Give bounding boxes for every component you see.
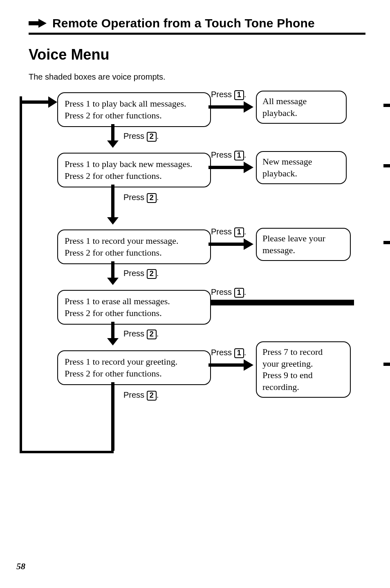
press-1-label: Press 1.: [211, 90, 246, 100]
press-1-label: Press 1.: [211, 227, 246, 237]
prompt-box-4: Press 1 to erase all messages. Press 2 f…: [57, 290, 211, 325]
prompt-text: Press 1 to play back all messages.: [65, 98, 204, 110]
page-header-title: Remote Operation from a Touch Tone Phone: [52, 16, 315, 30]
prompt-text: Press 2 for other functions.: [65, 110, 204, 122]
page-number: 58: [16, 561, 25, 572]
svg-rect-14: [111, 261, 114, 278]
keycap-2: 2: [147, 193, 157, 203]
press-2-label: Press 2.: [123, 390, 159, 401]
svg-rect-0: [29, 21, 38, 25]
arrow-right-icon: [208, 359, 253, 372]
keycap-1: 1: [234, 288, 244, 298]
press-1-label: Press 1.: [211, 150, 246, 160]
edge-tick: [383, 363, 390, 366]
result-text: playback.: [262, 168, 340, 180]
prompt-box-3: Press 1 to record your message. Press 2 …: [57, 229, 211, 264]
prompt-text: Press 1 to erase all messages.: [65, 296, 204, 307]
svg-marker-5: [244, 101, 253, 113]
press-2-label: Press 2.: [123, 193, 159, 203]
edge-tick: [383, 164, 390, 167]
result-text: your greeting.: [262, 358, 344, 370]
result-text: All message: [262, 96, 340, 107]
result-text: Press 9 to end: [262, 370, 344, 381]
svg-marker-17: [107, 338, 119, 345]
svg-marker-9: [244, 162, 253, 173]
prompt-text: Press 1 to record your message.: [65, 235, 204, 247]
edge-tick: [383, 241, 390, 244]
arrow-down-icon: [107, 322, 119, 347]
prompt-text: Press 1 to play back new messages.: [65, 158, 204, 170]
svg-marker-15: [107, 278, 119, 285]
keycap-2: 2: [147, 391, 157, 401]
arrow-down-icon: [107, 185, 119, 226]
arrow-down-icon: [107, 124, 119, 149]
prompt-text: Press 2 for other functions.: [65, 170, 204, 182]
press-2-label: Press 2.: [123, 269, 159, 279]
arrow-right-icon: [208, 162, 253, 175]
svg-marker-1: [38, 19, 47, 28]
prompt-text: Press 1 to record your greeting.: [65, 356, 204, 368]
loop-rail-left: [20, 96, 22, 452]
svg-rect-8: [208, 166, 244, 169]
header-rule: [29, 33, 365, 35]
svg-marker-19: [244, 359, 253, 371]
edge-tick: [383, 104, 390, 107]
prompt-text: Press 2 for other functions.: [65, 368, 204, 380]
press-1-label: Press 1.: [211, 287, 246, 298]
press-1-label: Press 1.: [211, 348, 246, 358]
svg-marker-11: [107, 217, 119, 225]
prompt-box-5: Press 1 to record your greeting. Press 2…: [57, 350, 211, 385]
keycap-1: 1: [234, 348, 244, 358]
svg-rect-2: [20, 100, 48, 104]
keycap-1: 1: [234, 90, 244, 100]
result-text: Press 7 to record: [262, 346, 344, 358]
result-box-2: New message playback.: [256, 151, 347, 184]
result-text: Please leave your: [262, 233, 344, 245]
svg-rect-16: [111, 322, 114, 338]
result-box-1: All message playback.: [256, 91, 347, 124]
keycap-2: 2: [147, 132, 157, 142]
section-note: The shaded boxes are voice prompts.: [29, 72, 365, 82]
svg-marker-13: [244, 238, 253, 250]
press-2-label: Press 2.: [123, 131, 159, 142]
arrow-right-icon: [208, 238, 253, 252]
svg-rect-4: [208, 105, 244, 109]
loop-entry-arrow-icon: [20, 96, 57, 109]
keycap-2: 2: [147, 330, 157, 339]
result-box-5: Press 7 to record your greeting. Press 9…: [256, 341, 351, 398]
arrow-right-icon: [208, 101, 253, 114]
arrow-down-icon: [107, 261, 119, 287]
svg-rect-10: [111, 185, 114, 217]
arrow-down-icon: [107, 382, 119, 452]
loop-rail-bottom: [20, 451, 114, 453]
svg-rect-18: [208, 363, 244, 367]
svg-rect-12: [208, 243, 244, 246]
voice-menu-diagram: Press 1 to play back all messages. Press…: [29, 92, 365, 460]
prompt-text: Press 2 for other functions.: [65, 307, 204, 319]
keycap-1: 1: [234, 151, 244, 160]
press-2-label: Press 2.: [123, 329, 159, 339]
keycap-2: 2: [147, 269, 157, 279]
result-text: playback.: [262, 107, 340, 119]
svg-marker-7: [107, 140, 119, 148]
keycap-1: 1: [234, 227, 244, 237]
result-box-3: Please leave your message.: [256, 228, 351, 261]
prompt-box-2: Press 1 to play back new messages. Press…: [57, 153, 211, 187]
svg-marker-3: [48, 96, 57, 108]
prompt-text: Press 2 for other functions.: [65, 247, 204, 259]
result-text: New message: [262, 156, 340, 168]
erase-arrow-bar: [211, 300, 354, 305]
svg-rect-20: [111, 382, 114, 451]
svg-rect-6: [111, 124, 114, 140]
section-title: Voice Menu: [29, 46, 365, 63]
prompt-box-1: Press 1 to play back all messages. Press…: [57, 92, 211, 127]
result-text: message.: [262, 245, 344, 256]
arrow-right-icon: [29, 19, 47, 28]
result-text: recording.: [262, 381, 344, 393]
